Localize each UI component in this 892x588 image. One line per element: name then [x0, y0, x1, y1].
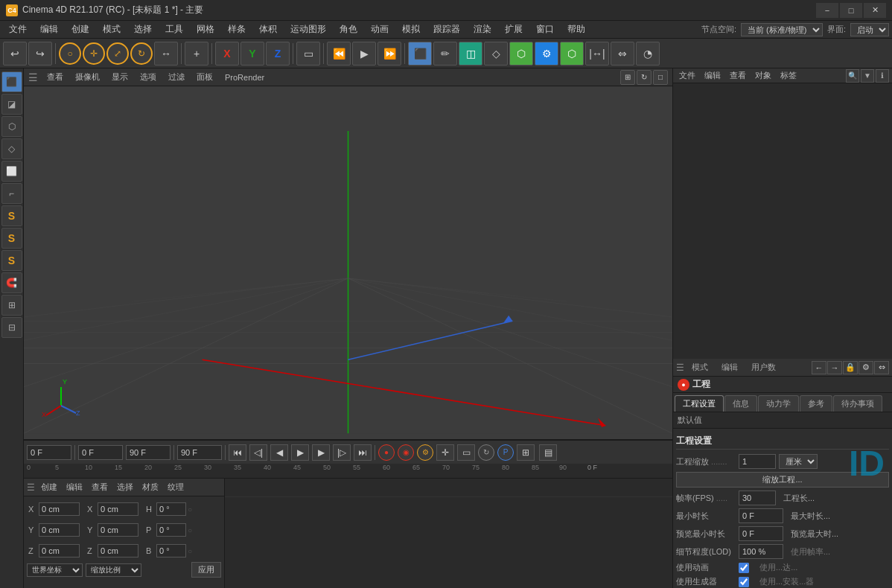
menu-edit[interactable]: 编辑 — [34, 22, 64, 37]
maximize-button[interactable]: □ — [840, 3, 862, 18]
menu-animation[interactable]: 动画 — [365, 22, 395, 37]
props-nav-gear[interactable]: ⚙ — [858, 361, 873, 374]
selection-key-btn[interactable]: ▭ — [457, 444, 475, 461]
viewport-3d[interactable]: 透视视图 默认摄像机 ☆ 网格间距: 100 cm — [24, 86, 672, 439]
vp-menu-options[interactable]: 选项 — [137, 70, 159, 84]
coord-z2-input[interactable] — [98, 544, 138, 557]
paint-tool[interactable]: ✏ — [433, 42, 457, 65]
effector-tool[interactable]: ⬡ — [560, 42, 584, 65]
sidebar-lock[interactable]: ⊟ — [1, 317, 22, 338]
menu-tracker[interactable]: 跟踪器 — [427, 22, 466, 37]
coord-b-input[interactable] — [156, 544, 186, 557]
preview-end-input[interactable] — [177, 445, 222, 460]
proj-tab-ref[interactable]: 参考 — [800, 395, 832, 412]
current-frame-input[interactable] — [27, 445, 71, 460]
menu-create[interactable]: 创建 — [66, 22, 95, 37]
auto-key-btn[interactable]: ◉ — [398, 444, 414, 461]
transform-tool[interactable]: ↔ — [154, 42, 178, 65]
subdivide-tool[interactable]: ◫ — [459, 42, 482, 65]
sidebar-cube-tool[interactable]: ⬛ — [1, 71, 22, 92]
minimize-button[interactable]: − — [816, 3, 838, 18]
proj-tab-dynamics[interactable]: 动力学 — [758, 395, 799, 412]
goto-end-btn[interactable]: ⏭ — [354, 444, 372, 461]
right-menu-edit[interactable]: 编辑 — [701, 68, 724, 83]
menu-render[interactable]: 渲染 — [468, 22, 497, 37]
tl-menu-view[interactable]: 查看 — [89, 480, 111, 494]
coord-x-input[interactable] — [39, 502, 80, 516]
rotate-tool[interactable]: ↻ — [130, 42, 153, 65]
sweep-tool[interactable]: ⬡ — [509, 42, 533, 65]
sidebar-checkered[interactable]: ◪ — [1, 94, 22, 115]
menu-help[interactable]: 帮助 — [561, 22, 591, 37]
right-filter-icon[interactable]: ▼ — [861, 69, 874, 83]
menu-character[interactable]: 角色 — [334, 22, 363, 37]
goto-start-btn[interactable]: ⏮ — [229, 444, 246, 461]
use-generators-checkbox[interactable] — [739, 577, 749, 587]
right-menu-tag[interactable]: 标签 — [777, 68, 800, 83]
sidebar-grid[interactable]: ⊞ — [1, 295, 22, 316]
coord-mode-select[interactable]: 世界坐标 — [27, 563, 83, 577]
cube-tool[interactable]: ⬛ — [408, 42, 432, 65]
media-btn-1[interactable]: ⏪ — [327, 42, 351, 65]
menu-file[interactable]: 文件 — [3, 22, 33, 37]
menu-window[interactable]: 窗口 — [530, 22, 560, 37]
deformer-tool[interactable]: ⚙ — [535, 42, 558, 65]
tl-track-area[interactable] — [225, 479, 672, 588]
polygon-tool[interactable]: ◇ — [484, 42, 508, 65]
close-button[interactable]: ✕ — [864, 3, 886, 18]
media-btn-3[interactable]: ⏩ — [377, 42, 401, 65]
proj-tab-todo[interactable]: 待办事项 — [833, 395, 882, 412]
tl-menu-material[interactable]: 材质 — [139, 480, 162, 494]
vp-hamburger[interactable]: ☰ — [28, 71, 38, 83]
right-menu-view[interactable]: 查看 — [727, 68, 749, 83]
vp-menu-filter[interactable]: 过滤 — [165, 70, 188, 84]
right-info-icon[interactable]: ℹ — [876, 69, 889, 83]
scale-mode-select[interactable]: 缩放比例 — [86, 563, 141, 577]
render-region-button[interactable]: ▭ — [296, 42, 320, 65]
right-menu-object[interactable]: 对象 — [752, 68, 774, 83]
menu-simulate[interactable]: 模拟 — [396, 22, 426, 37]
scale-project-btn[interactable]: 缩放工程... — [676, 472, 889, 488]
menu-select[interactable]: 选择 — [128, 22, 158, 37]
coord-p-input[interactable] — [156, 523, 186, 537]
props-nav-right[interactable]: → — [827, 361, 842, 374]
preview-min-input[interactable] — [739, 526, 783, 541]
tl-menu-texture[interactable]: 纹理 — [165, 480, 187, 494]
next-frame-btn[interactable]: ▶ — [312, 444, 330, 461]
coord-x2-input[interactable] — [98, 502, 138, 516]
brush-tool[interactable]: ◔ — [636, 42, 660, 65]
right-search-icon[interactable]: 🔍 — [846, 69, 859, 83]
hair-tool[interactable]: |↔| — [585, 42, 609, 65]
proj-tab-settings[interactable]: 工程设置 — [675, 395, 724, 412]
prev-frame-btn[interactable]: ◀ — [270, 444, 288, 461]
props-nav-left[interactable]: ← — [812, 361, 826, 374]
end-frame-input[interactable] — [126, 445, 171, 460]
add-object-button[interactable]: + — [185, 42, 208, 65]
timeline-view-btn[interactable]: ▤ — [539, 444, 557, 461]
sidebar-corner[interactable]: ⌐ — [1, 183, 22, 204]
next-key-btn[interactable]: |▷ — [333, 444, 351, 461]
sidebar-s2[interactable]: S — [1, 228, 22, 249]
play-btn[interactable]: ▶ — [291, 444, 309, 461]
loop-btn[interactable]: ↻ — [478, 444, 494, 461]
sidebar-magnet[interactable]: 🧲 — [1, 272, 22, 293]
undo-button[interactable]: ↩ — [3, 42, 27, 65]
menu-mesh[interactable]: 网格 — [191, 22, 220, 37]
min-time-input[interactable] — [739, 508, 783, 523]
node-space-select[interactable]: 当前 (标准/物理) — [741, 23, 823, 36]
props-nav-expand[interactable]: ⇔ — [874, 361, 889, 374]
coord-y2-input[interactable] — [98, 523, 138, 537]
fps-input[interactable] — [739, 490, 776, 505]
props-tab-mode[interactable]: 模式 — [686, 359, 714, 375]
scale-tool[interactable]: ⤢ — [106, 42, 129, 65]
apply-btn[interactable]: 应用 — [191, 562, 221, 578]
sidebar-cube2[interactable]: ⬜ — [1, 161, 22, 182]
menu-mograph[interactable]: 运动图形 — [284, 22, 332, 37]
move-tool[interactable]: ✛ — [83, 42, 105, 65]
vp-btn-2[interactable]: ↻ — [637, 70, 652, 85]
vp-menu-camera[interactable]: 摄像机 — [72, 70, 103, 84]
vp-menu-view[interactable]: 查看 — [44, 70, 66, 84]
motion-clip-btn[interactable]: P — [497, 444, 514, 461]
proj-tab-info[interactable]: 信息 — [724, 395, 757, 412]
menu-tools[interactable]: 工具 — [159, 22, 189, 37]
